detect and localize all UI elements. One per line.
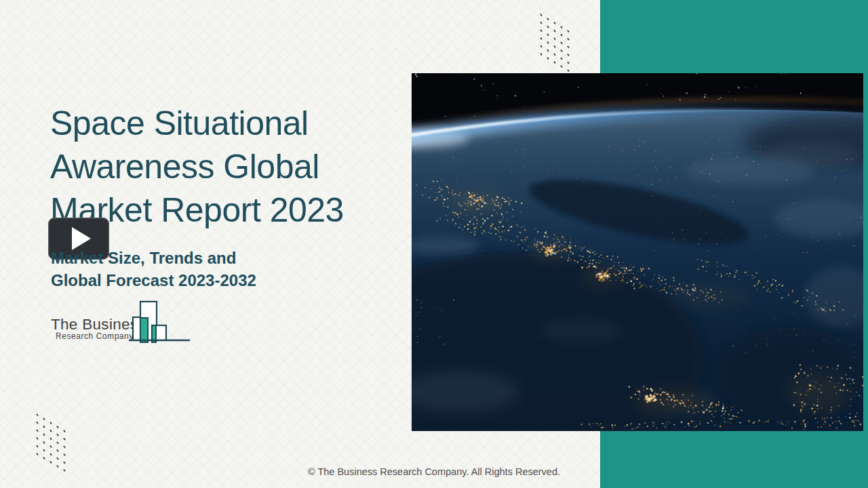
earth-night-image [412,73,863,431]
presentation-slide: Space Situational Awareness Global Marke… [0,0,868,488]
company-logo-subname: Research Company [56,331,134,341]
dot-pattern-bottom [34,409,68,475]
footer-copyright: © The Business Research Company. All Rig… [0,466,868,477]
report-title-line-2: Awareness Global [50,145,403,188]
company-logo: The Business Research Company [51,300,193,343]
earth-night-svg [412,73,863,431]
report-subtitle-line-1: Market Size, Trends and [51,247,336,269]
report-title: Space Situational Awareness Global Marke… [50,102,403,232]
bar-chart-logo-icon [127,300,192,343]
dot-pattern-top [538,9,572,75]
report-subtitle: Market Size, Trends and Global Forecast … [51,247,336,291]
report-title-line-1: Space Situational [50,102,403,145]
report-subtitle-line-2: Global Forecast 2023-2032 [51,269,336,291]
